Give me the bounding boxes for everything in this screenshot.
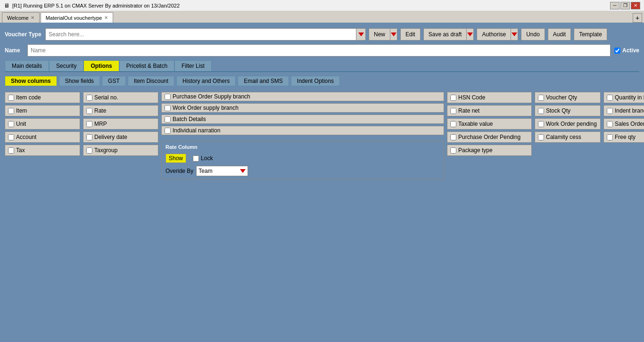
minimize-button[interactable]: ─ — [610, 2, 619, 9]
undo-button[interactable]: Undo — [521, 28, 545, 41]
calamity-cess-checkbox[interactable] — [538, 134, 544, 140]
close-button[interactable]: ✕ — [631, 2, 640, 9]
nav-tab-filter-list[interactable]: Filter List — [174, 60, 212, 71]
active-checkbox[interactable] — [614, 48, 620, 54]
checkbox-so-pending: Sales Order pending — [603, 118, 644, 130]
search-input[interactable] — [46, 31, 356, 38]
app-icon: 🖥 — [4, 2, 9, 9]
wo-supply-branch-checkbox[interactable] — [165, 105, 171, 111]
package-type-checkbox[interactable] — [450, 147, 456, 154]
po-pending-checkbox[interactable] — [450, 134, 456, 140]
nav-tab-options[interactable]: Options — [83, 60, 119, 71]
voucher-type-label: Voucher Type — [5, 31, 42, 38]
checkbox-hsn-code: HSN Code — [447, 92, 532, 103]
individual-narration-label: Individual narration — [173, 127, 220, 134]
override-row: Overide By Team — [165, 166, 440, 176]
right-row-1: HSN Code Voucher Qty Quantity in base un… — [447, 92, 644, 103]
po-supply-branch-checkbox[interactable] — [165, 94, 171, 100]
main-content: Voucher Type New Edit Save as draft — [0, 24, 644, 342]
sub-tab-show-fields[interactable]: Show fields — [59, 76, 100, 86]
override-dropdown-icon — [240, 169, 246, 173]
delivery-date-checkbox[interactable] — [86, 134, 92, 140]
tab-add-button[interactable]: + — [633, 13, 642, 23]
new-arrow-icon — [391, 33, 396, 36]
lock-checkbox[interactable] — [193, 155, 199, 162]
restore-button[interactable]: ❐ — [620, 2, 630, 9]
edit-button[interactable]: Edit — [400, 28, 421, 41]
checkbox-batch-details: Batch Details — [161, 114, 444, 124]
calamity-cess-label: Calamity cess — [546, 134, 581, 140]
wo-pending-checkbox[interactable] — [538, 121, 544, 127]
name-label: Name — [5, 47, 24, 54]
stock-qty-checkbox[interactable] — [538, 108, 544, 114]
voucher-type-search[interactable] — [45, 28, 366, 41]
rate-checkbox[interactable] — [86, 108, 92, 114]
checkbox-rate: Rate — [83, 105, 158, 116]
nav-tab-security[interactable]: Security — [49, 60, 83, 71]
tab-bar: Welcome ✕ MaterialOut vouchertype ✕ + — [0, 11, 644, 24]
title-bar: 🖥 [R1] Running ERP 5.1 on CMAX Server By… — [0, 0, 644, 11]
authorise-dropdown[interactable] — [511, 28, 518, 41]
po-pending-label: Purchase Order Pending — [458, 134, 520, 140]
audit-button[interactable]: Audit — [548, 28, 571, 41]
search-dropdown-button[interactable] — [356, 29, 365, 40]
checkbox-wo-pending: Work Order pending — [535, 118, 601, 130]
tab-welcome-close[interactable]: ✕ — [31, 15, 34, 20]
right-row-4: Purchase Order Pending Calamity cess Fre… — [447, 131, 644, 143]
nav-tab-pricelist-batch[interactable]: Pricelist & Batch — [119, 60, 174, 71]
tab-materialout[interactable]: MaterialOut vouchertype ✕ — [41, 12, 113, 23]
template-button[interactable]: Template — [574, 28, 607, 41]
authorise-arrow-icon — [512, 33, 517, 36]
tab-welcome-label: Welcome — [7, 15, 29, 21]
sub-tab-email-sms[interactable]: Email and SMS — [238, 76, 289, 86]
authorise-button[interactable]: Authorise — [477, 28, 511, 41]
sub-tab-show-columns[interactable]: Show columns — [5, 76, 57, 86]
save-draft-button[interactable]: Save as draft — [423, 28, 467, 41]
taxable-value-checkbox[interactable] — [450, 121, 456, 127]
checkbox-individual-narration: Individual narration — [161, 126, 444, 135]
unit-label: Unit — [16, 121, 26, 127]
serial-no-checkbox[interactable] — [86, 95, 92, 101]
rate-net-checkbox[interactable] — [450, 108, 456, 114]
mrp-checkbox[interactable] — [86, 121, 92, 127]
taxable-value-label: Taxable value — [458, 121, 493, 127]
rate-column-group: Rate Column Show Lock Overide By Team — [161, 141, 444, 179]
name-input[interactable] — [27, 44, 611, 57]
new-dropdown-button[interactable] — [390, 28, 397, 41]
authorise-split: Authorise — [477, 28, 518, 41]
show-button[interactable]: Show — [165, 154, 186, 163]
hsn-code-checkbox[interactable] — [450, 95, 456, 101]
override-combo[interactable]: Team — [196, 166, 248, 176]
voucher-qty-checkbox[interactable] — [538, 95, 544, 101]
free-qty-checkbox[interactable] — [607, 134, 613, 140]
tab-welcome[interactable]: Welcome ✕ — [2, 12, 40, 23]
rate-column-title: Rate Column — [165, 144, 440, 150]
hsn-code-label: HSN Code — [458, 94, 485, 101]
taxgroup-checkbox[interactable] — [86, 147, 92, 154]
account-checkbox[interactable] — [8, 134, 14, 140]
new-button[interactable]: New — [369, 28, 390, 41]
save-draft-dropdown[interactable] — [466, 28, 474, 41]
so-pending-checkbox[interactable] — [607, 121, 613, 127]
item-checkbox[interactable] — [8, 108, 14, 114]
nav-tab-main-details[interactable]: Main details — [5, 60, 49, 71]
save-draft-split: Save as draft — [423, 28, 474, 41]
unit-checkbox[interactable] — [8, 121, 14, 127]
active-checkbox-container: Active — [614, 47, 639, 54]
sub-tab-gst[interactable]: GST — [102, 76, 126, 86]
sub-tab-history-others[interactable]: History and Others — [176, 76, 236, 86]
tax-checkbox[interactable] — [8, 147, 14, 154]
checkbox-item: Item — [5, 105, 80, 116]
tax-label: Tax — [16, 147, 25, 154]
individual-narration-checkbox[interactable] — [165, 128, 171, 134]
checkbox-stock-qty: Stock Qty — [535, 105, 601, 116]
checkbox-delivery-date: Delivery date — [83, 131, 158, 143]
item-code-checkbox[interactable] — [8, 95, 14, 101]
sub-tab-item-discount[interactable]: Item Discount — [128, 76, 174, 86]
qty-base-unit-checkbox[interactable] — [607, 95, 613, 101]
indent-branch-checkbox[interactable] — [607, 108, 613, 114]
rate-net-label: Rate net — [458, 107, 479, 114]
tab-materialout-close[interactable]: ✕ — [104, 15, 108, 20]
batch-details-checkbox[interactable] — [165, 116, 171, 122]
sub-tab-indent-options[interactable]: Indent Options — [291, 76, 340, 86]
